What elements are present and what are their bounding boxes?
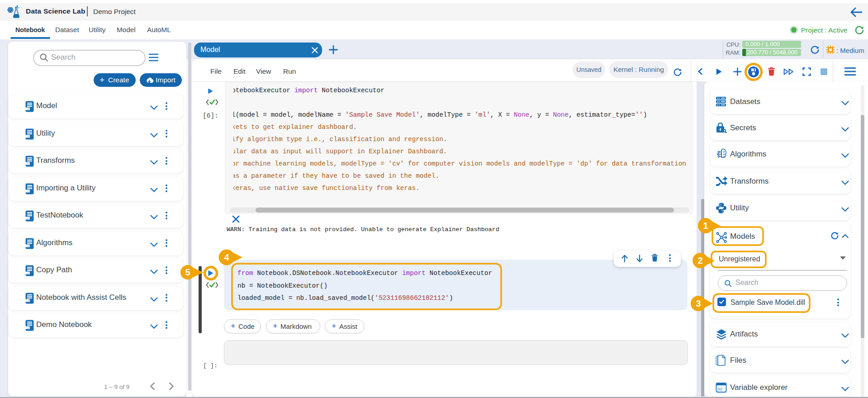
svg-text:</>: </>: [27, 218, 31, 220]
svg-text:</>: </>: [27, 108, 31, 110]
svg-text:</>: </>: [27, 299, 31, 302]
svg-text:</>: </>: [27, 190, 31, 192]
svg-text:</>: </>: [27, 272, 31, 275]
svg-text:</>: </>: [27, 327, 31, 329]
svg-text:</>: </>: [27, 135, 31, 137]
svg-text:</>: </>: [27, 163, 31, 165]
svg-text:(x): (x): [717, 387, 722, 391]
svg-text:</>: </>: [27, 245, 31, 247]
